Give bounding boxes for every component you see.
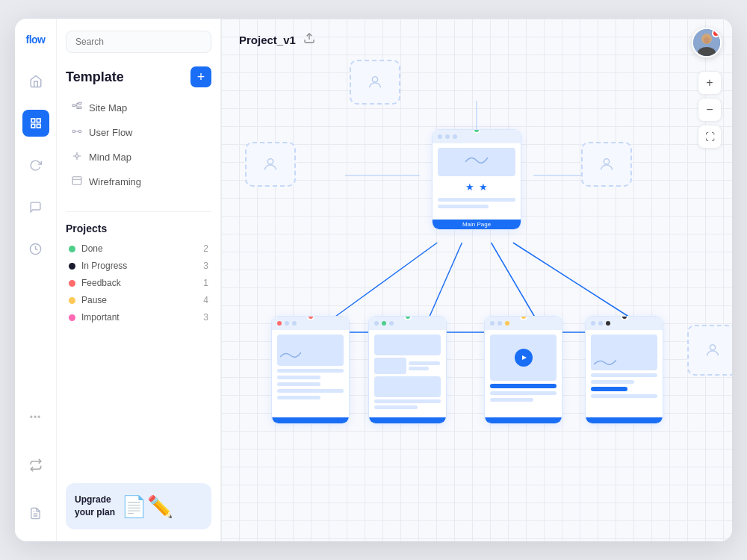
- project-name: Project_v1: [239, 34, 296, 46]
- nav-grid[interactable]: [22, 110, 49, 137]
- l3: [591, 387, 627, 391]
- dot1: [438, 134, 442, 139]
- project-count-done: 2: [203, 243, 208, 254]
- dot-done: [69, 246, 75, 252]
- svg-rect-9: [78, 107, 81, 108]
- template-item-mindmap[interactable]: Mind Map: [66, 146, 211, 169]
- main-page-card[interactable]: ★ ★ Main Page: [432, 129, 521, 230]
- project-items: Done 2 In Progress 3 Feedback 1 Pause 4 …: [66, 242, 211, 324]
- upgrade-label: Upgradeyour plan: [75, 494, 115, 519]
- l2: [591, 380, 634, 384]
- template-header: Template +: [66, 66, 211, 87]
- project-count-pause: 4: [203, 295, 208, 305]
- sidebar-bottom: Upgradeyour plan 📄✏️: [66, 474, 211, 529]
- svg-point-13: [75, 155, 78, 158]
- svg-point-10: [72, 130, 75, 133]
- l4: [277, 389, 344, 393]
- dot-pause: [69, 297, 75, 304]
- dot2: [382, 321, 386, 326]
- main-page-body: ★ ★: [433, 143, 521, 213]
- fullscreen-button[interactable]: ⛶: [698, 125, 722, 149]
- export-button[interactable]: [303, 32, 315, 47]
- nav-chat[interactable]: [22, 193, 49, 220]
- l4: [374, 405, 418, 409]
- notification-badge: [712, 29, 720, 37]
- project-label-feedback: Feedback: [81, 278, 121, 288]
- zoom-controls: + − ⛶: [698, 71, 722, 149]
- canvas-header: Project_v1: [239, 32, 315, 47]
- main-canvas[interactable]: Project_v1 + − ⛶: [221, 19, 732, 541]
- article-card[interactable]: Article: [271, 316, 350, 424]
- upgrade-icon: 📄✏️: [121, 494, 173, 519]
- svg-point-37: [710, 345, 715, 350]
- add-button[interactable]: +: [190, 66, 211, 87]
- dot1: [490, 321, 495, 326]
- svg-point-32: [372, 77, 377, 82]
- upgrade-text: Upgradeyour plan: [75, 494, 115, 519]
- zoom-out-button[interactable]: −: [698, 98, 722, 122]
- video-body: [485, 330, 562, 406]
- user-avatar[interactable]: [692, 28, 722, 57]
- l1: [591, 373, 657, 377]
- line2: [438, 205, 489, 208]
- project-label-important: Important: [81, 312, 120, 323]
- project-item-pause[interactable]: Pause 4: [66, 293, 211, 307]
- canvas-grid: [221, 19, 732, 541]
- nav-clock[interactable]: [22, 235, 49, 262]
- svg-point-33: [267, 159, 273, 164]
- template-item-sitemap[interactable]: Site Map: [66, 96, 211, 119]
- nav-more[interactable]: •••: [22, 404, 49, 431]
- work-footer-bar: [369, 417, 446, 423]
- app-container: flow ••• Template +: [15, 19, 732, 541]
- l3: [490, 398, 533, 402]
- l2: [490, 391, 557, 395]
- placeholder-right: [581, 142, 632, 187]
- project-label-done: Done: [81, 243, 103, 254]
- project-item-feedback[interactable]: Feedback 1: [66, 276, 211, 290]
- project-item-inprogress[interactable]: In Progress 3: [66, 259, 211, 273]
- dot-red: [277, 321, 282, 326]
- video-footer-bar: [485, 417, 562, 423]
- about-body: [586, 330, 663, 402]
- search-input[interactable]: [66, 31, 211, 53]
- dot-feedback: [69, 280, 75, 287]
- project-item-done[interactable]: Done 2: [66, 242, 211, 255]
- template-item-userflow[interactable]: User Flow: [66, 121, 211, 144]
- project-item-important[interactable]: Important 3: [66, 311, 211, 324]
- project-count-feedback: 1: [203, 278, 208, 288]
- svg-rect-2: [37, 124, 40, 128]
- nav-refresh[interactable]: [22, 152, 49, 178]
- upgrade-card[interactable]: Upgradeyour plan 📄✏️: [66, 483, 211, 529]
- svg-rect-18: [72, 177, 81, 185]
- line1: [438, 198, 515, 202]
- l3: [374, 399, 441, 403]
- main-page-label: Main Page: [433, 220, 521, 229]
- template-items: Site Map User Flow Mind Map Wireframing: [66, 96, 211, 193]
- sidebar: Template + Site Map User Flow Mind Map: [57, 19, 221, 541]
- dot3: [606, 321, 610, 326]
- l2: [409, 367, 430, 370]
- nav-switch[interactable]: [22, 452, 49, 479]
- dot2: [498, 321, 502, 326]
- project-label-inprogress: In Progress: [81, 261, 127, 271]
- nav-doc[interactable]: [22, 500, 49, 526]
- projects-title: Projects: [66, 223, 211, 234]
- l2: [277, 376, 320, 379]
- mindmap-label: Mind Map: [89, 152, 131, 163]
- placeholder-top: [350, 60, 400, 105]
- work-card[interactable]: Work: [368, 316, 447, 424]
- l5: [277, 396, 320, 399]
- mindmap-icon: [72, 151, 82, 164]
- l1: [277, 369, 344, 373]
- video-card[interactable]: Video: [484, 316, 562, 424]
- about-card[interactable]: About Us: [585, 316, 663, 424]
- l1: [490, 384, 557, 388]
- zoom-in-button[interactable]: +: [698, 71, 722, 95]
- l3: [277, 382, 320, 386]
- svg-rect-7: [72, 105, 75, 106]
- template-item-wireframing[interactable]: Wireframing: [66, 170, 211, 193]
- dot3: [453, 134, 457, 139]
- nav-home[interactable]: [22, 68, 49, 95]
- template-title: Template: [66, 69, 124, 85]
- sitemap-label: Site Map: [89, 102, 127, 113]
